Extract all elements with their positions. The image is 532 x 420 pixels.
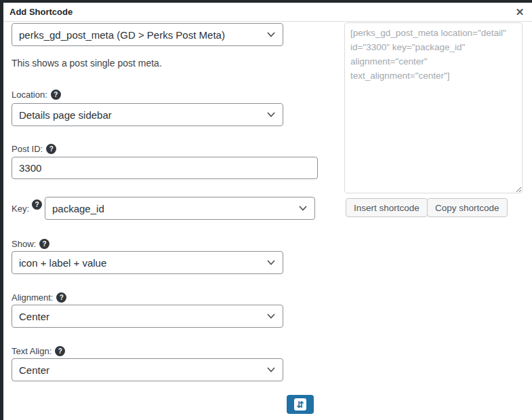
chevron-down-icon (267, 32, 275, 37)
help-icon[interactable]: ? (39, 239, 49, 249)
help-icon[interactable]: ? (56, 292, 66, 303)
chevron-down-icon (267, 260, 275, 265)
help-icon[interactable]: ? (46, 144, 56, 154)
shortcode-picker-select[interactable]: perks_gd_post_meta (GD > Perks Post Meta… (12, 23, 283, 46)
copy-shortcode-button[interactable]: Copy shortcode (427, 198, 508, 217)
text-align-label: Text Align: ? (12, 345, 65, 357)
close-icon[interactable]: ✕ (510, 3, 529, 21)
show-value: icon + label + value (19, 257, 106, 269)
chevron-down-icon (267, 367, 275, 373)
chevron-down-icon (267, 313, 275, 319)
shortcode-picker-value: perks_gd_post_meta (GD > Perks Post Meta… (19, 29, 225, 41)
add-shortcode-modal: Add Shortcode ✕ perks_gd_post_meta (GD >… (3, 3, 532, 420)
alignment-label: Alignment: ? (12, 292, 66, 303)
location-select[interactable]: Details page sidebar (12, 103, 283, 126)
help-icon[interactable]: ? (32, 199, 42, 210)
alignment-value: Center (19, 311, 49, 322)
key-value: package_id (52, 203, 104, 214)
toggle-fields-button[interactable]: ⇵ (287, 395, 314, 414)
location-value: Details page sidebar (19, 109, 112, 121)
text-align-select[interactable]: Center (12, 358, 283, 381)
chevron-down-icon (299, 206, 307, 211)
help-icon[interactable]: ? (55, 346, 65, 356)
help-icon[interactable]: ? (51, 90, 61, 100)
text-align-value: Center (19, 364, 49, 376)
post-id-input[interactable] (12, 157, 318, 179)
modal-titlebar: Add Shortcode ✕ (3, 3, 532, 22)
sort-arrows-icon: ⇵ (294, 398, 306, 411)
post-id-label: Post ID: ? (12, 143, 56, 155)
shortcode-description: This shows a post single post meta. (12, 56, 162, 70)
key-select[interactable]: package_id (45, 197, 315, 220)
show-label: Show: ? (12, 238, 49, 250)
insert-shortcode-button[interactable]: Insert shortcode (346, 198, 428, 217)
chevron-down-icon (267, 112, 275, 117)
key-label: Key: ? (12, 197, 42, 220)
shortcode-preview-textarea[interactable]: [perks_gd_post_meta location="detail" id… (344, 22, 523, 193)
alignment-select[interactable]: Center (12, 305, 283, 328)
location-label: Location: ? (12, 89, 61, 100)
show-select[interactable]: icon + label + value (12, 251, 283, 274)
modal-title: Add Shortcode (9, 3, 73, 21)
